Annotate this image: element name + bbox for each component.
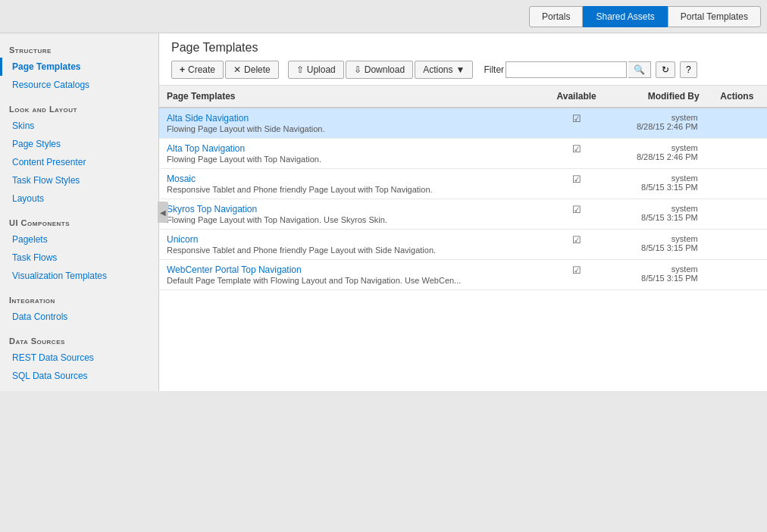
row-description: Flowing Page Layout with Top Navigation. xyxy=(167,155,535,164)
search-icon: 🔍 xyxy=(634,64,645,75)
top-nav: Portals Shared Assets Portal Templates xyxy=(0,0,767,33)
checkbox-checked-icon: ☑ xyxy=(572,264,581,276)
table-row[interactable]: Skyros Top NavigationFlowing Page Layout… xyxy=(159,199,767,230)
actions-label: Actions xyxy=(423,64,452,75)
shared-assets-button[interactable]: Shared Assets xyxy=(583,6,667,27)
sidebar-item-page-templates[interactable]: Page Templates xyxy=(0,58,158,76)
row-modified-date: 8/28/15 2:46 PM xyxy=(618,122,697,131)
content-header: Page Templates + Create ✕ Delete ⇧ Uploa… xyxy=(159,33,767,86)
create-button[interactable]: + Create xyxy=(171,61,224,79)
refresh-icon: ↻ xyxy=(662,64,669,75)
table-container: Page Templates Available Modified By Act… xyxy=(159,86,767,391)
sidebar-item-data-controls[interactable]: Data Controls xyxy=(0,308,158,326)
download-label: Download xyxy=(365,64,405,75)
toolbar: + Create ✕ Delete ⇧ Upload ⇩ Download A xyxy=(171,61,755,79)
table-row[interactable]: Alta Side NavigationFlowing Page Layout … xyxy=(159,108,767,139)
row-name[interactable]: Skyros Top Navigation xyxy=(167,204,535,214)
sidebar-item-content-presenter[interactable]: Content Presenter xyxy=(0,153,158,171)
checkbox-checked-icon: ☑ xyxy=(572,143,581,155)
row-modified-by: system xyxy=(618,174,697,183)
table-row[interactable]: WebCenter Portal Top NavigationDefault P… xyxy=(159,260,767,290)
help-button[interactable]: ? xyxy=(680,61,697,78)
portals-button[interactable]: Portals xyxy=(529,6,583,27)
row-modified-by: system xyxy=(618,264,697,274)
row-modified-date: 8/5/15 3:15 PM xyxy=(618,213,697,222)
cell-name: MosaicResponsive Tablet and Phone friend… xyxy=(159,169,543,199)
sidebar-item-page-styles[interactable]: Page Styles xyxy=(0,135,158,153)
row-name[interactable]: Alta Side Navigation xyxy=(167,113,535,124)
row-name[interactable]: Unicorn xyxy=(167,234,535,245)
row-modified-date: 8/5/15 3:15 PM xyxy=(618,274,697,283)
row-description: Responsive Tablet and Phone friendly Pag… xyxy=(167,185,535,194)
cell-available: ☑ xyxy=(543,108,611,139)
sidebar-item-task-flow-styles[interactable]: Task Flow Styles xyxy=(0,171,158,189)
refresh-button[interactable]: ↻ xyxy=(656,61,675,78)
sidebar-item-resource-catalogs[interactable]: Resource Catalogs xyxy=(0,76,158,94)
cell-modified: system8/5/15 3:15 PM xyxy=(610,260,706,290)
page-title: Page Templates xyxy=(171,41,755,55)
cell-name: Alta Side NavigationFlowing Page Layout … xyxy=(159,108,543,139)
sidebar-section-structure: Structure xyxy=(0,39,158,58)
row-description: Flowing Page Layout with Side Navigation… xyxy=(167,124,535,133)
download-button[interactable]: ⇩ Download xyxy=(346,61,413,79)
cell-actions xyxy=(707,260,767,290)
cell-available: ☑ xyxy=(543,230,611,260)
cell-name: Alta Top NavigationFlowing Page Layout w… xyxy=(159,139,543,169)
sidebar-item-visualization-templates[interactable]: Visualization Templates xyxy=(0,267,158,285)
cell-available: ☑ xyxy=(543,169,611,199)
row-modified-date: 8/5/15 3:15 PM xyxy=(618,243,697,252)
cell-available: ☑ xyxy=(543,199,611,230)
sidebar-item-sql-data-sources[interactable]: SQL Data Sources xyxy=(0,367,158,385)
table-row[interactable]: UnicornResponsive Tablet and Phone frien… xyxy=(159,230,767,260)
row-name[interactable]: WebCenter Portal Top Navigation xyxy=(167,264,535,275)
sidebar-section-ui-components: UI Components xyxy=(0,212,158,230)
plus-icon: + xyxy=(180,64,185,75)
row-modified-by: system xyxy=(618,234,697,243)
delete-button[interactable]: ✕ Delete xyxy=(225,61,279,79)
row-name[interactable]: Mosaic xyxy=(167,174,535,184)
upload-label: Upload xyxy=(307,64,336,75)
cell-modified: system8/28/15 2:46 PM xyxy=(610,139,706,169)
cell-modified: system8/5/15 3:15 PM xyxy=(610,199,706,230)
delete-label: Delete xyxy=(244,64,271,75)
sidebar-section-look-layout: Look and Layout xyxy=(0,99,158,117)
col-header-modified-by: Modified By xyxy=(610,86,706,108)
cell-name: WebCenter Portal Top NavigationDefault P… xyxy=(159,260,543,290)
cell-available: ☑ xyxy=(543,139,611,169)
upload-button[interactable]: ⇧ Upload xyxy=(288,61,344,79)
cell-actions xyxy=(707,199,767,230)
sidebar-item-pagelets[interactable]: Pagelets xyxy=(0,230,158,249)
sidebar-item-rest-data-sources[interactable]: REST Data Sources xyxy=(0,349,158,367)
cell-available: ☑ xyxy=(543,260,611,290)
filter-label: Filter xyxy=(484,64,504,75)
cell-modified: system8/5/15 3:15 PM xyxy=(610,169,706,199)
page-templates-table: Page Templates Available Modified By Act… xyxy=(159,86,767,290)
row-description: Default Page Template with Flowing Layou… xyxy=(167,276,535,285)
sidebar: Structure Page Templates Resource Catalo… xyxy=(0,33,159,391)
table-row[interactable]: Alta Top NavigationFlowing Page Layout w… xyxy=(159,139,767,169)
sidebar-collapse-button[interactable]: ◀ xyxy=(158,202,168,223)
sidebar-item-skins[interactable]: Skins xyxy=(0,117,158,135)
checkbox-checked-icon: ☑ xyxy=(572,234,581,246)
top-nav-buttons: Portals Shared Assets Portal Templates xyxy=(529,6,761,27)
actions-button[interactable]: Actions ▼ xyxy=(415,61,473,79)
table-header-row: Page Templates Available Modified By Act… xyxy=(159,86,767,108)
portal-templates-button[interactable]: Portal Templates xyxy=(668,6,761,27)
filter-search-button[interactable]: 🔍 xyxy=(628,61,651,78)
col-header-available: Available xyxy=(543,86,611,108)
filter-input[interactable] xyxy=(506,61,627,78)
sidebar-item-task-flows[interactable]: Task Flows xyxy=(0,249,158,267)
table-row[interactable]: MosaicResponsive Tablet and Phone friend… xyxy=(159,169,767,199)
row-modified-by: system xyxy=(618,143,697,152)
sidebar-section-integration: Integration xyxy=(0,289,158,308)
checkbox-checked-icon: ☑ xyxy=(572,174,581,185)
sidebar-item-layouts[interactable]: Layouts xyxy=(0,189,158,208)
row-name[interactable]: Alta Top Navigation xyxy=(167,143,535,154)
upload-icon: ⇧ xyxy=(296,64,304,75)
help-icon: ? xyxy=(686,64,691,75)
cell-actions xyxy=(707,139,767,169)
row-modified-by: system xyxy=(618,204,697,213)
cell-actions xyxy=(707,169,767,199)
row-description: Responsive Tablet and Phone friendly Pag… xyxy=(167,246,535,255)
delete-icon: ✕ xyxy=(233,64,241,75)
